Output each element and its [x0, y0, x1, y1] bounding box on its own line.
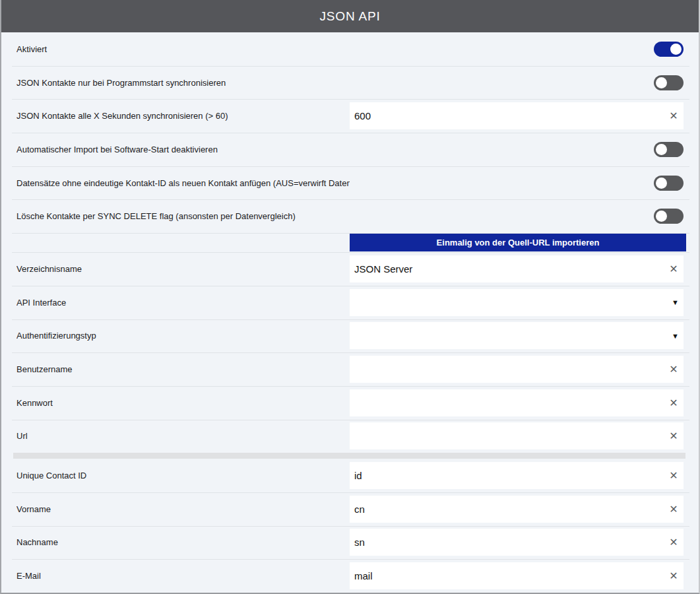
row-control: ✕: [350, 462, 684, 489]
input-row: Vorname ✕: [1, 492, 699, 526]
row-control: ✕: [350, 562, 684, 589]
row-control: ✕: [350, 529, 684, 556]
toggle-knob: [656, 211, 667, 222]
import-from-source-url-button[interactable]: Einmalig von der Quell-URL importieren: [350, 234, 686, 251]
row-label: E-Mail: [16, 571, 350, 581]
clear-x-icon[interactable]: ✕: [666, 422, 681, 449]
row-control: ✕: [350, 496, 684, 523]
chevron-down-icon[interactable]: ▼: [672, 289, 679, 316]
row-label: Automatischer Import bei Software-Start …: [16, 145, 350, 154]
row-label: Unique Contact ID: [16, 471, 350, 480]
row-control: [350, 69, 684, 96]
clear-x-icon[interactable]: ✕: [666, 529, 681, 556]
section-divider: [1, 453, 699, 459]
toggle-switch[interactable]: [654, 176, 684, 191]
divider-bar: [13, 453, 685, 459]
row-label: Lösche Kontakte per SYNC DELETE flag (an…: [16, 211, 350, 221]
row-label: Vorname: [16, 504, 350, 514]
row-label: Datensätze ohne eindeutige Kontakt-ID al…: [16, 178, 350, 188]
toggle-knob: [656, 144, 667, 155]
toggle-row: Aktiviert: [1, 32, 699, 66]
row-label: Url: [16, 431, 350, 441]
row-control: ✕: [350, 389, 684, 416]
text-input[interactable]: [350, 255, 684, 282]
row-label: Aktiviert: [16, 44, 350, 54]
toggle-knob: [656, 77, 667, 88]
text-input[interactable]: [350, 102, 684, 129]
text-input[interactable]: [350, 389, 684, 416]
toggle-switch[interactable]: [654, 209, 684, 224]
clear-x-icon[interactable]: ✕: [666, 356, 681, 383]
chevron-down-icon[interactable]: ▼: [672, 322, 679, 349]
json-api-settings-panel: JSON API Aktiviert JSON Kontakte nur bei…: [0, 0, 700, 594]
clear-x-icon[interactable]: ✕: [666, 255, 681, 282]
row-label: Authentifizierungstyp: [16, 331, 350, 341]
row-control: ▼: [350, 322, 684, 349]
input-row: Kennwort ✕: [1, 386, 699, 420]
input-row: Url ✕: [1, 420, 699, 453]
dropdown-select[interactable]: [350, 289, 684, 316]
clear-x-icon[interactable]: ✕: [666, 496, 681, 523]
import-button-row: Einmalig von der Quell-URL importieren: [1, 233, 699, 252]
clear-x-icon[interactable]: ✕: [666, 102, 681, 129]
text-input[interactable]: [350, 562, 684, 589]
row-control: ✕: [350, 356, 684, 383]
row-label: JSON Kontakte alle X Sekunden synchronis…: [16, 111, 350, 121]
row-control: [350, 170, 684, 197]
toggle-knob: [656, 178, 667, 189]
button-wrap: Einmalig von der Quell-URL importieren: [350, 234, 686, 251]
toggle-row: Lösche Kontakte per SYNC DELETE flag (an…: [1, 199, 699, 233]
text-input[interactable]: [350, 422, 684, 449]
select-row: Authentifizierungstyp ▼: [1, 319, 699, 353]
toggle-row: JSON Kontakte nur bei Programmstart sync…: [1, 66, 699, 100]
toggle-switch[interactable]: [654, 42, 684, 57]
clear-x-icon[interactable]: ✕: [666, 462, 681, 489]
row-control: ✕: [350, 255, 684, 282]
row-control: [350, 36, 684, 63]
text-input[interactable]: [350, 462, 684, 489]
page-title: JSON API: [320, 9, 381, 24]
toggle-row: Automatischer Import bei Software-Start …: [1, 133, 699, 166]
text-input[interactable]: [350, 356, 684, 383]
row-label: JSON Kontakte nur bei Programmstart sync…: [16, 78, 350, 88]
clear-x-icon[interactable]: ✕: [666, 562, 681, 589]
row-control: [350, 136, 684, 163]
dropdown-select[interactable]: [350, 322, 684, 349]
settings-list: Aktiviert JSON Kontakte nur bei Programm…: [1, 32, 699, 593]
row-label: Verzeichnisname: [16, 264, 350, 274]
panel-header: JSON API: [1, 0, 699, 32]
row-label: Kennwort: [16, 398, 350, 408]
toggle-switch[interactable]: [654, 142, 684, 157]
input-row: JSON Kontakte alle X Sekunden synchronis…: [1, 99, 699, 133]
row-label: API Interface: [16, 298, 350, 308]
row-control: ✕: [350, 422, 684, 449]
select-row: API Interface ▼: [1, 286, 699, 319]
text-input[interactable]: [350, 529, 684, 556]
input-row: Benutzername ✕: [1, 352, 699, 386]
text-input[interactable]: [350, 496, 684, 523]
input-row: E-Mail ✕: [1, 559, 699, 593]
row-control: ✕: [350, 102, 684, 129]
toggle-knob: [670, 44, 682, 55]
clear-x-icon[interactable]: ✕: [666, 389, 681, 416]
row-control: [350, 203, 684, 230]
toggle-row: Datensätze ohne eindeutige Kontakt-ID al…: [1, 166, 699, 200]
input-row: Unique Contact ID ✕: [1, 459, 699, 492]
row-control: ▼: [350, 289, 684, 316]
row-label: Nachname: [16, 537, 350, 547]
row-label: Benutzername: [16, 364, 350, 374]
toggle-switch[interactable]: [654, 75, 684, 90]
input-row: Nachname ✕: [1, 526, 699, 560]
input-row: Verzeichnisname ✕: [1, 252, 699, 286]
